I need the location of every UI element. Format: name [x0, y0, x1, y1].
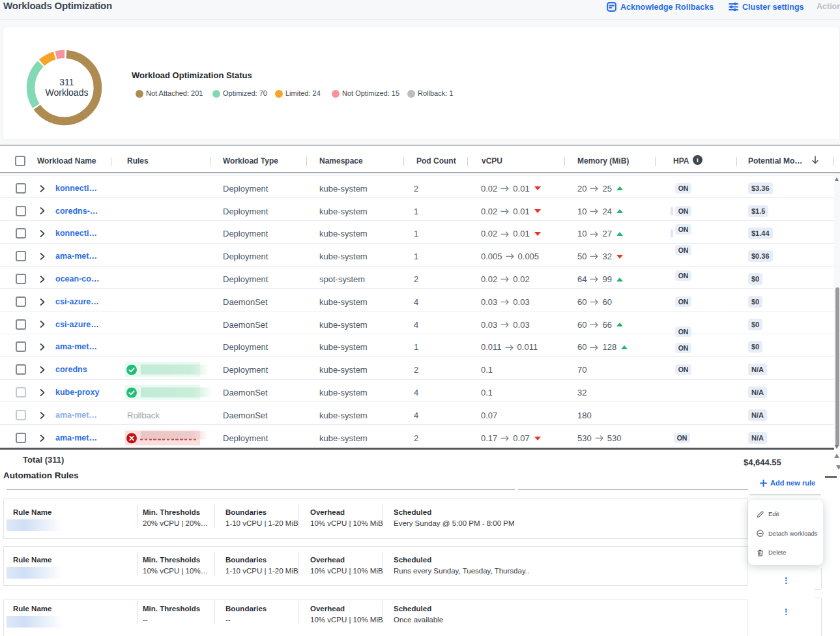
- svg-text:i: i: [697, 156, 699, 164]
